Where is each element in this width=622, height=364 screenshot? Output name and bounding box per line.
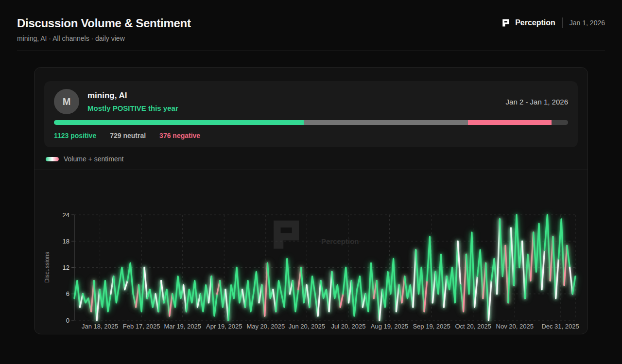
watermark-text: Perception (321, 237, 359, 245)
sentiment-status: Mostly POSITIVE this year (87, 104, 178, 112)
sentiment-line-segment (458, 241, 461, 285)
entity-name: mining, AI (87, 91, 178, 101)
sentiment-line-segment (318, 281, 321, 316)
x-tick-label: Jul 20, 2025 (331, 323, 366, 330)
sentiment-line-segment (558, 219, 564, 285)
sentiment-line-segment (265, 263, 268, 316)
sentiment-line-segment (497, 219, 500, 294)
x-tick-label: Aug 19, 2025 (371, 323, 408, 330)
bar-segment-remainder (552, 120, 568, 125)
sentiment-line-segment (572, 277, 575, 294)
sentiment-line-segment (200, 285, 208, 312)
sentiment-line-segment (114, 268, 125, 303)
sentiment-line-segment (444, 277, 447, 307)
page-header: Discussion Volume & Sentiment mining, AI… (0, 0, 622, 51)
sentiment-line-segment (435, 254, 444, 307)
sentiment-line-segment (486, 263, 489, 321)
legend-gradient-pill (46, 157, 59, 161)
stat-negative: 376 negative (159, 132, 200, 139)
sentiment-line-segment (127, 263, 136, 307)
sentiment-line-segment (211, 277, 217, 316)
sentiment-line-segment (228, 268, 242, 321)
x-tick-label: Nov 20, 2025 (496, 323, 534, 330)
report-card: M mining, AI Mostly POSITIVE this year J… (34, 67, 588, 334)
sentiment-line-segment (402, 277, 405, 303)
y-tick-label: 18 (63, 238, 69, 245)
sentiment-line-segment (74, 281, 80, 307)
sentiment-line-segment (545, 215, 551, 281)
sentiment-line-segment (186, 281, 197, 312)
y-tick-label: 0 (66, 317, 69, 324)
brand-name: Perception (515, 18, 555, 27)
sentiment-line-segment (416, 250, 424, 312)
sentiment-line-segment (80, 294, 83, 307)
stat-positive: 1123 positive (54, 132, 96, 139)
sentiment-line-segment (170, 294, 173, 316)
sentiment-line-segment (276, 259, 290, 312)
sentiment-line-segment (488, 281, 491, 320)
header-divider (562, 17, 563, 28)
y-tick-label: 6 (66, 290, 69, 297)
sentiment-line-segment (340, 294, 343, 307)
summary-card: M mining, AI Mostly POSITIVE this year J… (44, 81, 578, 147)
sentiment-line-segment (377, 281, 380, 320)
header-brand-area: Perception Jan 1, 2026 (501, 17, 605, 28)
sentiment-line-segment (332, 272, 340, 307)
chart-legend: Volume + sentiment (46, 154, 587, 164)
sentiment-line-segment (542, 250, 545, 289)
sentiment-line-segment (570, 268, 573, 294)
x-tick-label: Mar 19, 2025 (164, 323, 201, 330)
sentiment-line-segment (220, 281, 226, 307)
header-date: Jan 1, 2026 (570, 19, 605, 27)
sentiment-line-segment (396, 285, 399, 312)
sentiment-line-segment (147, 290, 156, 307)
sentiment-line-segment (556, 259, 559, 298)
sentiment-line-segment (245, 272, 259, 312)
stat-neutral: 729 neutral (110, 132, 146, 139)
legend-label: Volume + sentiment (64, 155, 123, 163)
y-axis-label: Discussions (44, 252, 51, 283)
y-tick-label: 24 (63, 211, 69, 219)
sentiment-line-segment (534, 224, 542, 290)
bar-segment-negative (468, 120, 552, 125)
sentiment-line-segment (413, 250, 416, 307)
sentiment-line-segment (173, 277, 184, 307)
sentiment-line-segment (477, 250, 483, 298)
sentiment-line-segment (301, 268, 307, 303)
sentiment-line-segment (164, 290, 170, 316)
sentiment-line-segment (564, 245, 567, 285)
sentiment-line-segment (351, 277, 363, 316)
bar-segment-neutral (304, 120, 468, 125)
x-tick-label: Jun 20, 2025 (289, 323, 325, 330)
sentiment-line-segment (83, 294, 91, 312)
sentiment-line-segment (475, 277, 478, 307)
volume-sentiment-chart: Perception 06121824Jan 18, 2025Feb 17, 2… (35, 170, 587, 334)
sentiment-line-segment (508, 228, 511, 303)
sentiment-line-segment (567, 245, 570, 267)
sentiment-line-segment (94, 281, 97, 320)
x-tick-label: Feb 17, 2025 (123, 323, 160, 330)
header-rule (17, 51, 605, 51)
sentiment-line-segment (125, 281, 128, 290)
sentiment-line-segment (343, 268, 349, 303)
x-tick-label: Sep 19, 2025 (413, 323, 450, 330)
sentiment-line-segment (447, 241, 458, 303)
sentiment-bar (54, 120, 568, 125)
sentiment-line-segment (531, 232, 534, 280)
chart-watermark: Perception (274, 221, 359, 249)
x-tick-label: Apr 19, 2025 (206, 323, 242, 330)
sentiment-line-segment (466, 232, 474, 307)
page-subtitle: mining, AI · All channels · daily view (17, 35, 605, 42)
sentiment-line-segment (424, 281, 427, 312)
sentiment-line-segment (310, 277, 318, 316)
sentiment-line-segment (491, 259, 497, 294)
watermark-logo-icon (274, 221, 299, 249)
y-tick-label: 12 (63, 264, 69, 271)
sentiment-line-segment (525, 254, 531, 298)
sentiment-line-segment (432, 272, 435, 303)
x-tick-label: Jan 18, 2025 (82, 323, 118, 330)
sentiment-line-segment (100, 281, 111, 312)
sentiment-line-segment (184, 285, 187, 312)
sentiment-line-segment (321, 281, 329, 312)
sentiment-line-segment (365, 263, 374, 312)
